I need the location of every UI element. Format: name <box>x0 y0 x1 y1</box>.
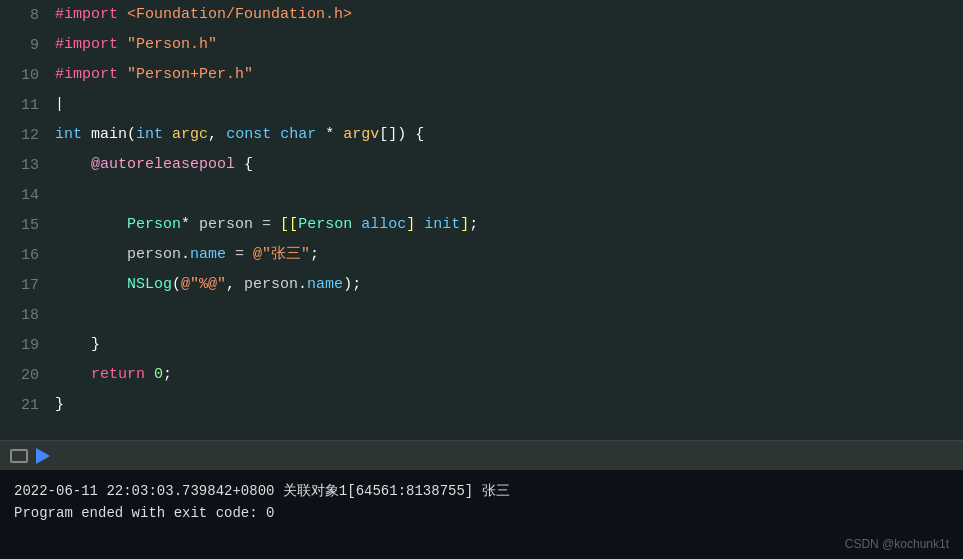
line-number: 15 <box>0 217 55 234</box>
line-content: NSLog(@"%@", person.name); <box>55 274 361 297</box>
line-number: 11 <box>0 97 55 114</box>
line-content: #import <Foundation/Foundation.h> <box>55 4 352 27</box>
line-content: return 0; <box>55 364 172 387</box>
watermark: CSDN @kochunk1t <box>845 537 949 551</box>
line-number: 13 <box>0 157 55 174</box>
code-line-14: 14 <box>0 180 963 210</box>
code-line-17: 17 NSLog(@"%@", person.name); <box>0 270 963 300</box>
line-content: @autoreleasepool { <box>55 154 253 177</box>
line-content: #import "Person+Per.h" <box>55 64 253 87</box>
terminal-line: Program ended with exit code: 0 <box>14 502 949 524</box>
code-editor: 8#import <Foundation/Foundation.h>9#impo… <box>0 0 963 440</box>
code-line-20: 20 return 0; <box>0 360 963 390</box>
line-number: 10 <box>0 67 55 84</box>
terminal-window-icon <box>10 449 28 463</box>
line-content <box>55 94 64 117</box>
line-content: } <box>55 394 64 417</box>
line-content: #import "Person.h" <box>55 34 217 57</box>
code-line-18: 18 <box>0 300 963 330</box>
terminal-run-icon <box>36 448 50 464</box>
line-content: person.name = @"张三"; <box>55 244 319 267</box>
terminal-toolbar <box>0 440 963 470</box>
line-content: int main(int argc, const char * argv[]) … <box>55 124 424 147</box>
line-number: 20 <box>0 367 55 384</box>
line-number: 17 <box>0 277 55 294</box>
line-number: 16 <box>0 247 55 264</box>
line-number: 19 <box>0 337 55 354</box>
code-line-16: 16 person.name = @"张三"; <box>0 240 963 270</box>
code-line-21: 21} <box>0 390 963 420</box>
line-number: 18 <box>0 307 55 324</box>
code-line-15: 15 Person* person = [[Person alloc] init… <box>0 210 963 240</box>
line-number: 8 <box>0 7 55 24</box>
line-content: } <box>55 334 100 357</box>
line-number: 9 <box>0 37 55 54</box>
code-line-9: 9#import "Person.h" <box>0 30 963 60</box>
line-number: 14 <box>0 187 55 204</box>
line-number: 12 <box>0 127 55 144</box>
code-line-13: 13 @autoreleasepool { <box>0 150 963 180</box>
code-line-8: 8#import <Foundation/Foundation.h> <box>0 0 963 30</box>
code-line-11: 11 <box>0 90 963 120</box>
code-line-12: 12int main(int argc, const char * argv[]… <box>0 120 963 150</box>
code-line-10: 10#import "Person+Per.h" <box>0 60 963 90</box>
terminal-output: 2022-06-11 22:03:03.739842+0800 关联对象1[64… <box>0 470 963 559</box>
terminal-line: 2022-06-11 22:03:03.739842+0800 关联对象1[64… <box>14 480 949 502</box>
code-line-19: 19 } <box>0 330 963 360</box>
line-content: Person* person = [[Person alloc] init]; <box>55 214 478 237</box>
line-number: 21 <box>0 397 55 414</box>
